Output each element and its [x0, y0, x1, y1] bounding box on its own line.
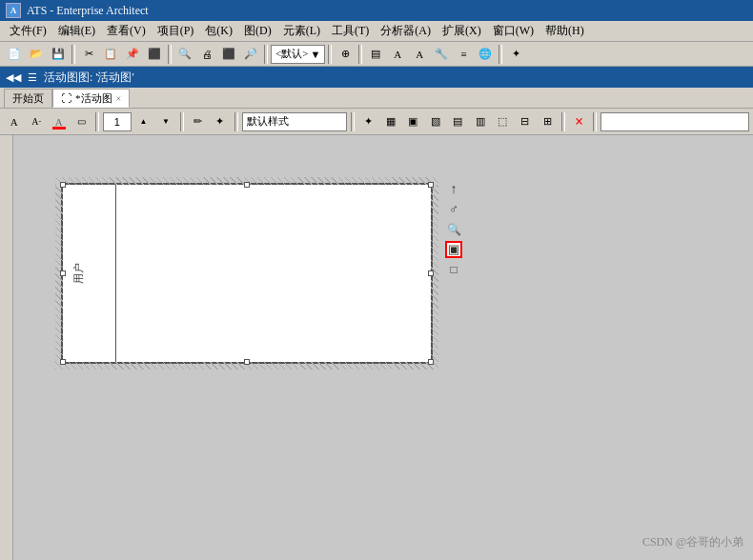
resize-handle-tc[interactable] — [244, 182, 250, 188]
tb-btn15[interactable]: ≡ — [453, 44, 474, 65]
tab-startpage[interactable]: 开始页 — [4, 89, 52, 108]
tb-btn11[interactable]: ▤ — [365, 44, 386, 65]
menu-element[interactable]: 元素(L) — [277, 21, 326, 41]
tab-activity-icon: ⛶ — [61, 92, 71, 104]
menu-bar: 文件(F) 编辑(E) 查看(V) 项目(P) 包(K) 图(D) 元素(L) … — [0, 21, 753, 42]
resize-handle-bl[interactable] — [60, 359, 66, 365]
title-text: ATS - Enterprise Architect — [27, 4, 149, 18]
breadcrumb-text: 活动图图: '活动图' — [44, 70, 134, 86]
color-bar — [52, 127, 66, 130]
resize-handle-bc[interactable] — [244, 359, 250, 365]
delete-btn[interactable]: × — [569, 111, 589, 132]
tb-btn14[interactable]: 🔧 — [431, 44, 452, 65]
menu-project[interactable]: 项目(P) — [152, 21, 200, 41]
text-input[interactable] — [600, 112, 749, 131]
menu-file[interactable]: 文件(F) — [4, 21, 52, 41]
sep5 — [358, 45, 362, 64]
tb-btn6[interactable]: 🔍 — [174, 44, 195, 65]
dt-btn2[interactable]: ▣ — [403, 111, 423, 132]
tb-btn13[interactable]: A — [409, 44, 430, 65]
title-bar: A ATS - Enterprise Architect — [0, 0, 753, 21]
swimlane-line — [115, 185, 116, 362]
diagram-toolbar: A A- A ▭ ▲ ▼ ✏ ✦ ✦ ▦ ▣ ▧ ▤ ▥ ⬚ ⊟ ⊞ × — [0, 109, 753, 135]
tab-activity[interactable]: ⛶ *活动图 × — [52, 89, 130, 108]
sep6 — [499, 45, 502, 64]
resize-handle-ml[interactable] — [60, 270, 66, 276]
tb-btn5[interactable]: ⬛ — [144, 44, 165, 65]
menu-window[interactable]: 窗口(W) — [487, 21, 539, 41]
tab-bar: 开始页 ⛶ *活动图 × — [0, 88, 753, 109]
menu-view[interactable]: 查看(V) — [101, 21, 152, 41]
tb-btn16[interactable]: 🌐 — [475, 44, 496, 65]
copy-btn[interactable]: 📋 — [100, 44, 121, 65]
border-color-icon: ▭ — [77, 116, 86, 127]
tb-btn17[interactable]: ✦ — [505, 44, 526, 65]
paste-btn[interactable]: 📌 — [122, 44, 143, 65]
dt-btn7[interactable]: ⊟ — [515, 111, 535, 132]
sep4 — [328, 45, 332, 64]
tb-btn10[interactable]: ⊕ — [335, 44, 356, 65]
float-box-highlighted[interactable]: ▣ — [445, 241, 462, 258]
watermark-text: CSDN @谷哥的小弟 — [642, 535, 743, 549]
sep3 — [264, 45, 268, 64]
tb-btn9[interactable]: 🔎 — [240, 44, 261, 65]
resize-handle-br[interactable] — [428, 359, 434, 365]
dt-sep6 — [593, 112, 597, 131]
eraser-btn[interactable]: ✦ — [210, 111, 230, 132]
apply-btn[interactable]: ✦ — [358, 111, 378, 132]
cut-btn[interactable]: ✂ — [78, 44, 99, 65]
open-btn[interactable]: 📂 — [26, 44, 47, 65]
resize-handle-tr[interactable] — [428, 182, 434, 188]
dt-sep5 — [561, 112, 565, 131]
pencil-btn[interactable]: ✏ — [188, 111, 208, 132]
main-area: 用户 ↑ ♂ 🔍 ▣ □ CSDN @谷哥的小弟 — [0, 135, 753, 560]
swimlane-label: 用户 — [71, 263, 86, 284]
dt-btn4[interactable]: ▤ — [447, 111, 467, 132]
save-btn[interactable]: 💾 — [48, 44, 69, 65]
float-search-icon[interactable]: 🔍 — [445, 221, 462, 238]
font-a-label: A — [10, 116, 18, 128]
resize-handle-mr[interactable] — [428, 270, 434, 276]
dt-btn6[interactable]: ⬚ — [492, 111, 512, 132]
float-arrow-up[interactable]: ↑ — [445, 181, 462, 198]
dropdown-arrow-icon: ▼ — [310, 49, 320, 60]
style-input[interactable] — [242, 112, 347, 131]
font-color-btn[interactable]: A — [49, 111, 69, 132]
tb-btn7[interactable]: 🖨 — [196, 44, 217, 65]
font-size-up-btn[interactable]: ▲ — [133, 111, 153, 132]
resize-handle-tl[interactable] — [60, 182, 66, 188]
menu-tools[interactable]: 工具(T) — [326, 21, 375, 41]
float-box-icon[interactable]: □ — [445, 261, 462, 278]
font-style-btn[interactable]: A- — [26, 111, 46, 132]
tb-btn8[interactable]: ⬛ — [218, 44, 239, 65]
dt-btn8[interactable]: ⊞ — [537, 111, 557, 132]
menu-diagram[interactable]: 图(D) — [238, 21, 277, 41]
canvas[interactable]: 用户 ↑ ♂ 🔍 ▣ □ CSDN @谷哥的小弟 — [13, 135, 753, 560]
dt-btn3[interactable]: ▧ — [425, 111, 445, 132]
new-btn[interactable]: 📄 — [4, 44, 25, 65]
left-panel — [0, 135, 13, 560]
border-color-btn[interactable]: ▭ — [71, 111, 91, 132]
tab-close-icon[interactable]: × — [116, 93, 122, 104]
menu-extend[interactable]: 扩展(X) — [437, 21, 487, 41]
font-size-down-btn[interactable]: ▼ — [155, 111, 175, 132]
watermark: CSDN @谷哥的小弟 — [642, 534, 743, 550]
menu-package[interactable]: 包(K) — [199, 21, 238, 41]
menu-help[interactable]: 帮助(H) — [539, 21, 590, 41]
font-a-btn[interactable]: A — [4, 111, 24, 132]
dt-sep1 — [95, 112, 99, 131]
dt-sep3 — [234, 112, 238, 131]
style-dropdown[interactable]: <默认> ▼ — [271, 45, 325, 64]
sep2 — [168, 45, 172, 64]
font-size-input[interactable] — [103, 112, 132, 131]
breadcrumb-back-btn[interactable]: ◀◀ — [6, 70, 21, 85]
menu-analyzer[interactable]: 分析器(A) — [375, 21, 437, 41]
float-person-icon[interactable]: ♂ — [445, 201, 462, 218]
diagram-frame: 用户 — [61, 183, 433, 364]
tb-btn12[interactable]: A — [387, 44, 408, 65]
dt-btn5[interactable]: ▥ — [470, 111, 490, 132]
dt-btn1[interactable]: ▦ — [380, 111, 400, 132]
style-dropdown-text: <默认> — [275, 47, 308, 61]
menu-edit[interactable]: 编辑(E) — [52, 21, 101, 41]
sep1 — [71, 45, 75, 64]
